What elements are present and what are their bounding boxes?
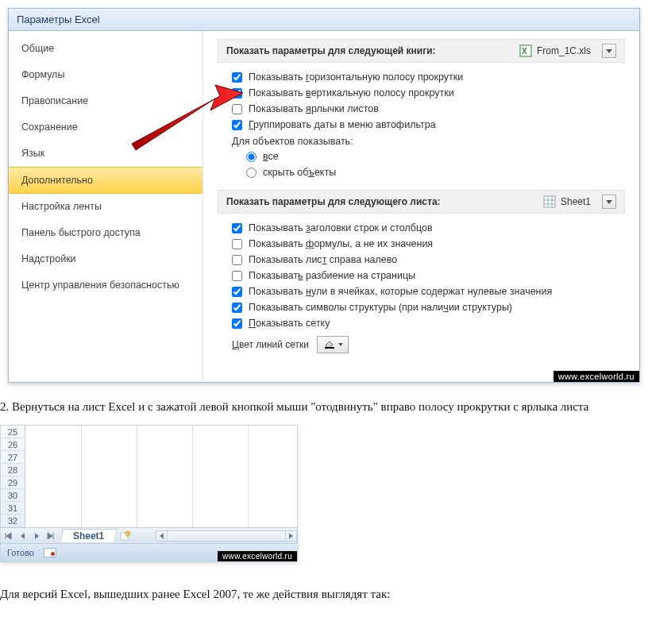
worksheet-cells[interactable]: [25, 426, 297, 527]
sheet-nav-first[interactable]: [2, 530, 14, 542]
sh-check-5-checkbox[interactable]: [232, 303, 242, 313]
sidebar-item-formulas[interactable]: Формулы: [9, 62, 202, 88]
sh-check-1-label: Показывать формулы, а не их значения: [249, 238, 433, 249]
sh-check-6-checkbox[interactable]: [232, 318, 242, 329]
sheet-selector[interactable]: Sheet1: [543, 195, 616, 209]
sidebar-item-language[interactable]: Язык: [9, 141, 202, 167]
sh-check-2[interactable]: Показывать лист справа налево: [218, 252, 625, 268]
sh-check-2-checkbox[interactable]: [232, 255, 242, 265]
objects-radio-0[interactable]: все: [218, 148, 625, 164]
wb-check-1[interactable]: Показывать вертикальную полосу прокрутки: [218, 85, 625, 101]
workbook-selector[interactable]: X From_1C.xls: [519, 44, 616, 58]
excel-window-snippet: 2526272829303132 Sheet1 Готово www.excel…: [0, 425, 298, 562]
hscroll-left-button[interactable]: [156, 531, 168, 541]
sh-check-5[interactable]: Показывать символы структуры (при наличи…: [218, 299, 625, 315]
objects-radio-1[interactable]: скрыть объекты: [218, 164, 625, 180]
wb-check-2[interactable]: Показывать ярлычки листов: [218, 101, 625, 117]
gridline-color-row: Цвет линий сетки: [218, 331, 625, 353]
svg-text:X: X: [522, 47, 527, 56]
row-header[interactable]: 30: [1, 489, 25, 502]
sidebar-item-trust-center[interactable]: Центр управления безопасностью: [9, 272, 202, 299]
paint-bucket-icon: [323, 338, 336, 352]
objects-radio-0-label: все: [263, 151, 279, 162]
sh-check-0-label: Показывать заголовки строк и столбцов: [249, 222, 433, 233]
sh-check-1-checkbox[interactable]: [232, 239, 242, 249]
sheet-selector-value: Sheet1: [561, 196, 591, 207]
wb-check-3[interactable]: Группировать даты в меню автофильтра: [218, 117, 625, 133]
sh-check-0[interactable]: Показывать заголовки строк и столбцов: [218, 220, 625, 236]
objects-radio-1-label: скрыть объекты: [263, 167, 336, 178]
excel-options-dialog: Параметры Excel Общие Формулы Правописан…: [8, 8, 640, 383]
hscroll-right-button[interactable]: [285, 531, 296, 541]
wb-check-0-checkbox[interactable]: [232, 72, 242, 83]
wb-check-3-label: Группировать даты в меню автофильтра: [249, 119, 436, 130]
article-footer: Для версий Excel, вышедших ранее Excel 2…: [0, 562, 648, 609]
sidebar-item-customize-ribbon[interactable]: Настройка ленты: [9, 194, 202, 220]
row-header[interactable]: 27: [1, 451, 25, 464]
sh-check-2-label: Показывать лист справа налево: [249, 254, 397, 265]
wb-check-0-label: Показывать горизонтальную полосу прокрут…: [249, 71, 463, 83]
watermark: www.excelworld.ru: [554, 371, 639, 382]
wb-check-1-checkbox[interactable]: [232, 88, 242, 98]
sh-check-3-checkbox[interactable]: [232, 271, 242, 281]
objects-radio-0-radio[interactable]: [246, 152, 256, 162]
row-header[interactable]: 32: [1, 515, 25, 527]
gridline-color-picker[interactable]: [317, 336, 349, 353]
wb-check-0[interactable]: Показывать горизонтальную полосу прокрут…: [218, 69, 625, 85]
row-header[interactable]: 31: [1, 502, 25, 515]
sidebar-item-quick-access[interactable]: Панель быстрого доступа: [9, 220, 202, 246]
sidebar-item-proofing[interactable]: Правописание: [9, 88, 202, 114]
sh-check-4-checkbox[interactable]: [232, 287, 242, 297]
sidebar-item-label: Надстройки: [21, 253, 76, 264]
sidebar-item-label: Язык: [21, 148, 44, 159]
worksheet-icon: [543, 195, 556, 208]
sidebar-item-label: Правописание: [21, 95, 88, 106]
horizontal-scrollbar[interactable]: [156, 530, 297, 542]
sh-check-6[interactable]: Показывать сетку: [218, 315, 625, 331]
sidebar-item-label: Общие: [21, 43, 54, 54]
chevron-down-icon: [338, 343, 343, 346]
wb-check-2-checkbox[interactable]: [232, 104, 242, 114]
row-headers: 2526272829303132: [1, 426, 25, 527]
triangle-right-icon: [35, 533, 39, 539]
objects-radio-1-radio[interactable]: [246, 168, 256, 178]
chevron-down-icon: [606, 49, 612, 53]
excel-file-icon: X: [519, 44, 532, 57]
sheet-selector-dropdown[interactable]: [602, 195, 616, 209]
workbook-selector-dropdown[interactable]: [602, 44, 616, 58]
status-ready-label: Готово: [7, 548, 34, 557]
sh-check-3[interactable]: Показывать разбиение на страницы: [218, 268, 625, 283]
wb-check-2-label: Показывать ярлычки листов: [249, 103, 379, 114]
sidebar-item-label: Центр управления безопасностью: [21, 280, 179, 291]
sidebar-item-general[interactable]: Общие: [9, 36, 202, 62]
workbook-selector-value: From_1C.xls: [537, 45, 591, 56]
dialog-title: Параметры Excel: [9, 9, 639, 31]
sheet-nav-prev[interactable]: [16, 530, 29, 542]
sheet-tab-bar: Sheet1: [1, 528, 297, 544]
sh-check-1[interactable]: Показывать формулы, а не их значения: [218, 236, 625, 252]
sidebar-item-save[interactable]: Сохранение: [9, 114, 202, 141]
row-header[interactable]: 26: [1, 438, 25, 451]
sheet-nav-next[interactable]: [30, 530, 43, 542]
wb-check-1-label: Показывать вертикальную полосу прокрутки: [249, 87, 454, 98]
sheet-nav-last[interactable]: [44, 530, 57, 542]
wb-check-3-checkbox[interactable]: [232, 120, 242, 130]
sidebar-item-advanced[interactable]: Дополнительно: [9, 167, 202, 194]
dialog-body: Общие Формулы Правописание Сохранение Яз…: [9, 31, 639, 382]
row-header[interactable]: 28: [1, 464, 25, 476]
triangle-left-icon: [21, 533, 25, 539]
row-header[interactable]: 29: [1, 476, 25, 489]
sh-check-0-checkbox[interactable]: [232, 223, 242, 233]
row-header[interactable]: 25: [1, 426, 25, 438]
options-main-panel: Показать параметры для следующей книги: …: [203, 31, 639, 382]
sheet-tab[interactable]: Sheet1: [60, 529, 118, 542]
sh-check-4[interactable]: Показывать нули в ячейках, которые содер…: [218, 283, 625, 299]
sidebar-item-addins[interactable]: Надстройки: [9, 246, 202, 272]
workbook-display-header: Показать параметры для следующей книги: …: [218, 39, 625, 63]
svg-point-10: [125, 531, 130, 536]
sh-check-5-label: Показывать символы структуры (при наличи…: [249, 302, 512, 313]
macro-record-icon[interactable]: [44, 548, 56, 557]
chevron-down-icon: [606, 200, 612, 204]
insert-sheet-button[interactable]: [118, 530, 132, 542]
sidebar-item-label: Настройка ленты: [21, 201, 102, 212]
